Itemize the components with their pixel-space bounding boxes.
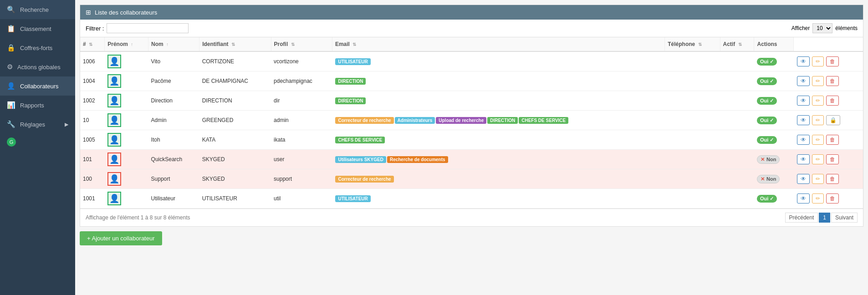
view-button[interactable]: 👁 <box>797 96 810 106</box>
profile-badge: Upload de recherche <box>436 117 486 124</box>
cell-prenom: Vito <box>148 51 199 71</box>
cell-email <box>665 150 720 169</box>
avatar: 👤 <box>107 94 121 107</box>
col-actions: Actions <box>754 37 794 51</box>
sidebar-item-label: Coffres-forts <box>20 45 52 51</box>
next-button[interactable]: Suivant <box>831 213 858 223</box>
sidebar-item-label: Actions globales <box>17 64 61 71</box>
cell-profil: Correcteur de recherche <box>332 169 664 189</box>
cell-actif: Oui ✓ <box>754 111 794 130</box>
sidebar-item-actions-globales[interactable]: ⚙ Actions globales <box>0 57 75 76</box>
cell-telephone <box>720 189 754 209</box>
sidebar-item-label: Collaborateurs <box>20 83 59 90</box>
cell-avatar: 👤 <box>105 71 148 91</box>
view-button[interactable]: 👁 <box>797 135 810 145</box>
view-button[interactable]: 👁 <box>797 76 810 86</box>
avatar: 👤 <box>107 55 121 68</box>
view-button[interactable]: 👁 <box>797 56 810 66</box>
cell-telephone <box>720 169 754 189</box>
col-actif[interactable]: Actif ⇅ <box>720 37 754 51</box>
col-email[interactable]: Email ⇅ <box>332 37 664 51</box>
lock-button[interactable]: 🔒 <box>826 115 840 125</box>
cell-actif: Oui ✓ <box>754 189 794 209</box>
edit-button[interactable]: ✏ <box>812 174 824 184</box>
delete-button[interactable]: 🗑 <box>826 154 839 164</box>
sidebar-item-rapports[interactable]: 📊 Rapports <box>0 96 75 115</box>
cell-avatar: 👤 <box>105 51 148 71</box>
edit-button[interactable]: ✏ <box>812 56 824 66</box>
sidebar-item-label: Classement <box>20 25 51 32</box>
cell-avatar: 👤 <box>105 91 148 111</box>
col-identifiant[interactable]: Identifiant ⇅ <box>199 37 271 51</box>
cell-actif: Oui ✓ <box>754 51 794 71</box>
cell-telephone <box>720 91 754 111</box>
actif-badge: Oui ✓ <box>757 77 777 85</box>
delete-button[interactable]: 🗑 <box>826 76 839 86</box>
add-collaborateur-button[interactable]: + Ajouter un collaborateur <box>80 231 162 245</box>
grid-icon: ⊞ <box>86 9 91 16</box>
expand-icon: ▶ <box>65 122 68 127</box>
view-button[interactable]: 👁 <box>797 193 810 203</box>
sidebar-item-classement[interactable]: 📋 Classement <box>0 19 75 38</box>
edit-button[interactable]: ✏ <box>812 115 824 125</box>
cell-email <box>665 169 720 189</box>
cell-nom: SKYGED <box>199 169 271 189</box>
actif-badge: Oui ✓ <box>757 136 777 144</box>
user-icon: 👤 <box>7 82 15 90</box>
cell-id: 1002 <box>80 91 105 111</box>
col-profil[interactable]: Profil ⇅ <box>271 37 332 51</box>
sidebar-item-collaborateurs[interactable]: 👤 Collaborateurs <box>0 76 75 96</box>
delete-button[interactable]: 🗑 <box>826 193 839 203</box>
view-button[interactable]: 👁 <box>797 154 810 164</box>
person-icon: 👤 <box>109 154 119 164</box>
col-prenom[interactable]: Prénom ↑ <box>105 37 148 51</box>
elements-label: éléments <box>835 25 858 31</box>
cell-actions: 👁 ✏ 🗑 <box>794 189 863 209</box>
page-1-button[interactable]: 1 <box>819 213 830 223</box>
cell-profil: UTILISATEUR <box>332 51 664 71</box>
sidebar-item-recherche[interactable]: 🔍 Recherche <box>0 0 75 19</box>
edit-button[interactable]: ✏ <box>812 135 824 145</box>
gear-icon: ⚙ <box>7 63 13 71</box>
col-nom[interactable]: Nom ↑ <box>148 37 199 51</box>
avatar: 👤 <box>107 133 121 147</box>
filter-input[interactable] <box>107 23 189 33</box>
delete-button[interactable]: 🗑 <box>826 56 839 66</box>
cell-email <box>665 51 720 71</box>
cell-prenom: Support <box>148 169 199 189</box>
table-header-bar: ⊞ Liste des collaborateurs <box>80 5 863 20</box>
delete-button[interactable]: 🗑 <box>826 96 839 106</box>
search-icon: 🔍 <box>7 5 15 14</box>
cell-nom: DIRECTION <box>199 91 271 111</box>
prev-button[interactable]: Précédent <box>785 213 818 223</box>
sidebar-item-coffres-forts[interactable]: 🔒 Coffres-forts <box>0 38 75 57</box>
col-telephone[interactable]: Téléphone ⇅ <box>665 37 720 51</box>
edit-button[interactable]: ✏ <box>812 154 824 164</box>
profile-badge: CHEFS DE SERVICE <box>335 137 385 143</box>
lock-icon: 🔒 <box>7 44 15 52</box>
filter-bar-left: Filtrer : <box>86 23 189 33</box>
actif-badge: Oui ✓ <box>757 195 777 203</box>
actif-badge: Oui ✓ <box>757 97 777 105</box>
delete-button[interactable]: 🗑 <box>826 135 839 145</box>
edit-button[interactable]: ✏ <box>812 76 824 86</box>
cell-profil: Correcteur de rechercheAdministrateursUp… <box>332 111 664 130</box>
edit-button[interactable]: ✏ <box>812 193 824 203</box>
table-row: 1005 👤 Itoh KATA ikata CHEFS DE SERVICE … <box>80 130 863 150</box>
chart-icon: 📊 <box>7 101 15 109</box>
delete-button[interactable]: 🗑 <box>826 174 839 184</box>
col-id[interactable]: # ⇅ <box>80 37 105 51</box>
person-icon: 👤 <box>109 193 119 203</box>
edit-button[interactable]: ✏ <box>812 96 824 106</box>
cell-actions: 👁 ✏ 🗑 <box>794 71 863 91</box>
pagination-controls: Précédent 1 Suivant <box>785 213 858 223</box>
cell-id: 101 <box>80 150 105 169</box>
sidebar-item-reglages[interactable]: 🔧 Réglages ▶ <box>0 115 75 134</box>
view-button[interactable]: 👁 <box>797 115 810 125</box>
main-content: ⊞ Liste des collaborateurs Filtrer : Aff… <box>75 0 868 295</box>
avatar: 👤 <box>107 172 121 186</box>
cell-identifiant: vcortizone <box>271 51 332 71</box>
table-row: 1001 👤 Utilisateur UTILISATEUR util UTIL… <box>80 189 863 209</box>
afficher-select[interactable]: 10 25 50 <box>812 23 832 33</box>
view-button[interactable]: 👁 <box>797 174 810 184</box>
